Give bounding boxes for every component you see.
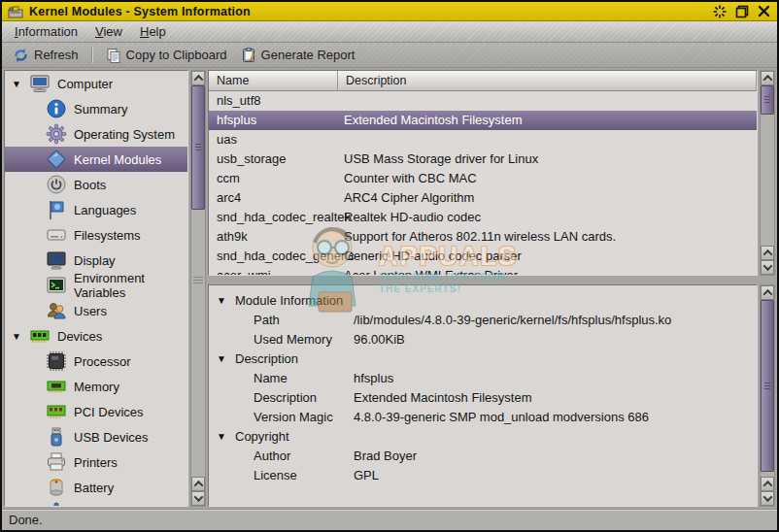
- column-header-name[interactable]: Name: [209, 71, 338, 91]
- close-icon: [758, 5, 770, 17]
- module-details: ▼ Module Information Path/lib/modules/4.…: [208, 284, 758, 507]
- sidebar-item-label: Processor: [74, 354, 131, 369]
- ram-module-icon: [29, 325, 51, 347]
- detail-row: DescriptionExtended Macintosh Filesystem: [209, 387, 757, 407]
- table-row[interactable]: arc4ARC4 Cipher Algorithm: [209, 188, 757, 208]
- maximize-button[interactable]: [734, 4, 749, 18]
- sidebar-item-kernel-modules[interactable]: Kernel Modules: [5, 147, 187, 172]
- menu-bar: Information View Help: [2, 21, 777, 43]
- maximize-icon: [735, 5, 749, 18]
- expander-icon[interactable]: ▼: [11, 331, 22, 342]
- sidebar-item-environment-variables[interactable]: Environment Variables: [5, 273, 187, 298]
- sidebar-item-pci-devices[interactable]: PCI Devices: [5, 399, 187, 424]
- table-row[interactable]: uas: [209, 130, 757, 150]
- close-button[interactable]: [757, 4, 771, 18]
- sidebar-item-label: PCI Devices: [74, 405, 144, 419]
- scroll-up-button[interactable]: [761, 246, 774, 260]
- generate-report-icon: [241, 48, 256, 63]
- detail-row: Used Memory96.00KiB: [209, 329, 757, 349]
- sidebar-item-printers[interactable]: Printers: [5, 449, 187, 475]
- sidebar-item-battery[interactable]: Battery: [5, 475, 187, 500]
- scrollbar-thumb[interactable]: [761, 300, 774, 472]
- table-row[interactable]: ath9kSupport for Atheros 802.11n wireles…: [209, 227, 757, 247]
- scrollbar-track[interactable]: [761, 300, 774, 477]
- scroll-up-button[interactable]: [191, 71, 205, 85]
- chevron-up-icon: [193, 481, 203, 490]
- sidebar-item-usb-devices[interactable]: USB Devices: [5, 424, 187, 449]
- table-row-selected[interactable]: hfsplusExtended Macintosh Filesystem: [209, 111, 757, 130]
- copy-to-clipboard-button[interactable]: Copy to Clipboard: [99, 46, 234, 65]
- refresh-button[interactable]: Refresh: [6, 46, 85, 65]
- menu-information[interactable]: Information: [6, 21, 86, 42]
- app-window: Kernel Modules - System Information: [0, 0, 779, 532]
- sidebar-item-label: Computer: [57, 77, 113, 91]
- collapse-triangle-icon[interactable]: ▼: [217, 295, 229, 306]
- cpu-icon: [46, 350, 67, 372]
- menu-view[interactable]: View: [86, 21, 131, 42]
- sidebar-item-devices[interactable]: ▼ Devices: [5, 323, 187, 349]
- module-list-scrollbar[interactable]: [760, 70, 775, 276]
- users-icon: [46, 300, 67, 321]
- scrollbar-thumb[interactable]: [761, 85, 774, 115]
- menu-help[interactable]: Help: [131, 21, 175, 42]
- detail-row: Namehfsplus: [209, 368, 757, 387]
- sidebar-item-display[interactable]: Display: [5, 248, 187, 273]
- terminal-icon: [46, 275, 67, 296]
- usb-icon: [46, 426, 67, 448]
- collapse-triangle-icon[interactable]: ▼: [217, 431, 229, 442]
- sidebar-item-memory[interactable]: Memory: [5, 374, 187, 399]
- sidebar-item-filesystems[interactable]: Filesystems: [5, 222, 187, 248]
- sidebar-item-boots[interactable]: Boots: [5, 172, 187, 197]
- section-module-information[interactable]: ▼ Module Information: [209, 290, 757, 310]
- table-row[interactable]: usb_storageUSB Mass Storage driver for L…: [209, 150, 757, 169]
- column-header-description[interactable]: Description: [338, 71, 757, 91]
- scrollbar-thumb[interactable]: [191, 85, 205, 210]
- sidebar-item-label: USB Devices: [74, 430, 149, 445]
- computer-icon: [29, 73, 51, 94]
- generate-report-button[interactable]: Generate Report: [234, 46, 362, 65]
- sidebar-item-summary[interactable]: Summary: [5, 96, 187, 121]
- sidebar-item-label: Boots: [74, 178, 106, 192]
- table-row[interactable]: snd_hda_codec_realtekRealtek HD-audio co…: [209, 208, 757, 227]
- sidebar-item-label: Memory: [74, 380, 119, 394]
- collapse-triangle-icon[interactable]: ▼: [217, 353, 229, 364]
- section-description[interactable]: ▼ Description: [209, 349, 757, 368]
- generate-report-label: Generate Report: [261, 48, 356, 62]
- main-area: ▼ Computer Summary Operating System Kern…: [2, 68, 777, 509]
- scroll-down-button[interactable]: [761, 260, 774, 275]
- pci-card-icon: [46, 401, 67, 422]
- expander-icon[interactable]: ▼: [11, 79, 22, 89]
- sidebar-item-processor[interactable]: Processor: [5, 349, 187, 374]
- sidebar-item-operating-system[interactable]: Operating System: [5, 121, 187, 147]
- scroll-up-button[interactable]: [761, 285, 774, 300]
- sidebar-scrollbar[interactable]: [190, 70, 206, 507]
- table-row[interactable]: snd_hda_codec_genericGeneric HD-audio co…: [209, 247, 757, 266]
- table-row[interactable]: ccmCounter with CBC MAC: [209, 169, 757, 188]
- table-row[interactable]: nls_utf8: [209, 91, 757, 111]
- section-copyright[interactable]: ▼ Copyright: [209, 426, 757, 446]
- scroll-down-button[interactable]: [191, 491, 205, 506]
- chevron-up-icon: [762, 481, 772, 490]
- sidebar-item-label: Summary: [74, 102, 128, 116]
- scrollbar-track[interactable]: [761, 85, 774, 246]
- scroll-up-button[interactable]: [191, 477, 205, 491]
- scroll-down-button[interactable]: [761, 491, 774, 506]
- sidebar-item-users[interactable]: Users: [5, 298, 187, 323]
- memory-icon: [46, 376, 67, 397]
- minimize-button[interactable]: [712, 4, 727, 18]
- scroll-up-button[interactable]: [761, 477, 774, 491]
- detail-row: LicenseGPL: [209, 465, 757, 484]
- pane-splitter[interactable]: [208, 276, 775, 284]
- list-header: Name Description: [209, 71, 757, 91]
- scroll-up-button[interactable]: [761, 71, 774, 85]
- chevron-up-icon: [193, 75, 203, 84]
- sidebar-item-partial[interactable]: [5, 500, 187, 507]
- detail-row: Path/lib/modules/4.8.0-39-generic/kernel…: [209, 310, 757, 329]
- toolbar: Refresh Copy to Clipboard Generate Repor…: [2, 43, 777, 68]
- sidebar-item-languages[interactable]: Languages: [5, 197, 187, 222]
- details-scrollbar[interactable]: [760, 284, 775, 507]
- table-row[interactable]: acer_wmiAcer Laptop WMI Extras Driver: [209, 266, 757, 276]
- chevron-up-icon: [762, 75, 772, 84]
- sidebar-item-computer[interactable]: ▼ Computer: [5, 71, 187, 96]
- minimize-icon: [713, 5, 727, 18]
